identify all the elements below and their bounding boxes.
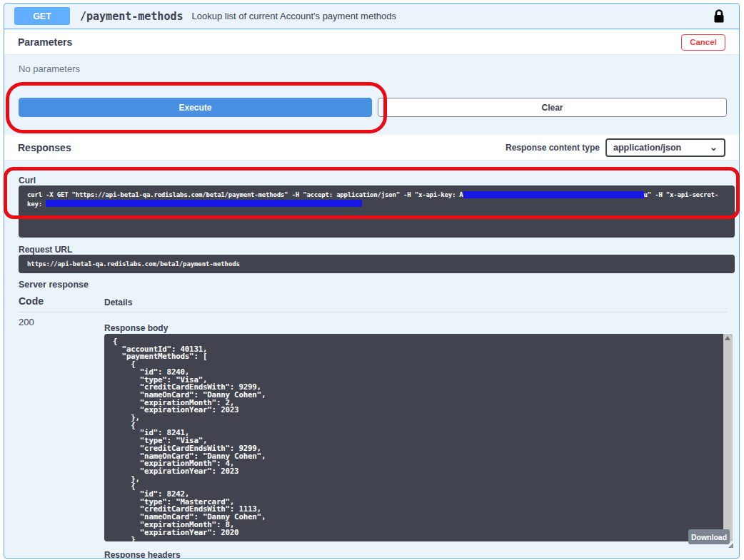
- cancel-button[interactable]: Cancel: [681, 34, 725, 51]
- responses-section-header: Responses Response content type applicat…: [4, 135, 739, 161]
- code-column-header: Code: [19, 295, 44, 307]
- request-url-title: Request URL: [19, 245, 72, 255]
- response-content-type-select[interactable]: application/json ⌄: [605, 138, 725, 157]
- no-parameters-text: No parameters: [19, 63, 80, 74]
- response-content-type-value: application/json: [613, 143, 681, 153]
- scroll-up-icon[interactable]: [725, 336, 730, 340]
- endpoint-description: Lookup list of current Account's payment…: [192, 11, 396, 21]
- parameters-section-header: Parameters Cancel: [4, 30, 739, 55]
- response-content-type-wrap: Response content type application/json ⌄: [506, 138, 725, 157]
- opblock-get-payment-methods: GET /payment-methods Lookup list of curr…: [4, 3, 740, 559]
- table-divider: [19, 312, 727, 312]
- curl-line-1: curl -X GET "https://api-beta1-qa.redisl…: [27, 190, 726, 200]
- execute-button[interactable]: Execute: [19, 98, 372, 117]
- opblock-summary[interactable]: GET /payment-methods Lookup list of curr…: [4, 4, 739, 29]
- curl-line-2: key:: [27, 200, 726, 209]
- response-body-block[interactable]: { "accountId": 40131, "paymentMethods": …: [104, 334, 733, 541]
- response-content-type-label: Response content type: [506, 143, 600, 153]
- details-column-header: Details: [104, 297, 132, 307]
- responses-title: Responses: [18, 142, 71, 153]
- http-method-badge: GET: [14, 7, 70, 25]
- scrollbar[interactable]: [723, 334, 733, 541]
- redacted-api-secret-key: [46, 200, 362, 207]
- redacted-api-key: [463, 191, 644, 198]
- resize-grip-icon[interactable]: [728, 543, 733, 548]
- curl-command-block[interactable]: curl -X GET "https://api-beta1-qa.redisl…: [19, 185, 735, 238]
- request-url-value: https://api-beta1-qa.redislabs.com/beta1…: [19, 255, 735, 273]
- endpoint-path: /payment-methods: [80, 10, 184, 23]
- clear-button[interactable]: Clear: [378, 98, 727, 117]
- chevron-down-icon: ⌄: [710, 143, 718, 152]
- response-body-json: { "accountId": 40131, "paymentMethods": …: [113, 338, 266, 541]
- parameters-title: Parameters: [18, 36, 72, 48]
- server-response-title: Server response: [19, 280, 89, 290]
- response-headers-label: Response headers: [104, 550, 181, 559]
- lock-icon[interactable]: [713, 9, 725, 24]
- status-code-value: 200: [19, 317, 34, 327]
- swagger-ui-page: GET /payment-methods Lookup list of curr…: [0, 0, 744, 560]
- download-button[interactable]: Download: [688, 529, 730, 544]
- curl-title: Curl: [19, 175, 36, 185]
- response-body-label: Response body: [104, 323, 168, 333]
